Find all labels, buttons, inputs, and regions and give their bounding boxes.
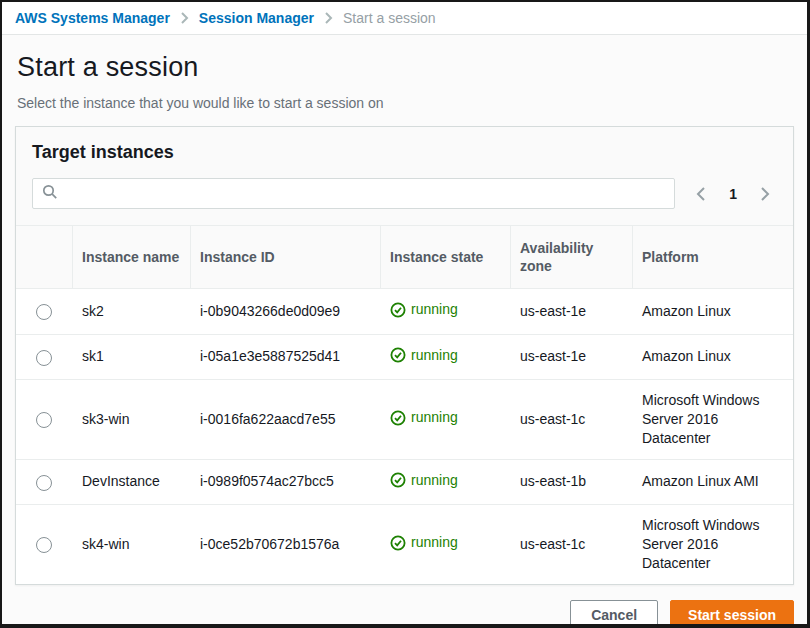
instance-state: running <box>390 300 458 319</box>
instance-id: i-05a1e3e5887525d41 <box>190 334 380 379</box>
instance-name: DevInstance <box>72 459 190 504</box>
app-window: AWS Systems Manager Session Manager Star… <box>0 0 810 628</box>
header-instance-state: Instance state <box>380 226 510 289</box>
instance-name: sk3-win <box>72 380 190 460</box>
instance-name: sk2 <box>72 289 190 334</box>
breadcrumb-link-session-manager[interactable]: Session Manager <box>199 10 314 26</box>
page-title: Start a session <box>17 52 794 83</box>
breadcrumb-current: Start a session <box>343 10 436 26</box>
platform: Amazon Linux AMI <box>632 459 793 504</box>
instance-state: running <box>390 471 458 490</box>
chevron-right-icon <box>180 11 189 25</box>
header-instance-id: Instance ID <box>190 226 380 289</box>
header-platform: Platform <box>632 226 793 289</box>
table-row: sk1 i-05a1e3e5887525d41 running us-east-… <box>16 334 793 379</box>
check-circle-icon <box>390 535 406 551</box>
check-circle-icon <box>390 410 406 426</box>
table-row: sk4-win i-0ce52b70672b1576a running us-e… <box>16 505 793 584</box>
start-session-button[interactable]: Start session <box>670 600 794 628</box>
header-select-column <box>16 226 72 289</box>
table-header-row: Instance name Instance ID Instance state… <box>16 226 793 289</box>
instance-id: i-0016fa622aacd7e55 <box>190 380 380 460</box>
instance-radio[interactable] <box>36 350 52 366</box>
panel-title: Target instances <box>32 142 777 163</box>
platform: Microsoft Windows Server 2016 Datacenter <box>632 380 793 460</box>
instance-state: running <box>390 346 458 365</box>
cancel-button[interactable]: Cancel <box>570 600 658 628</box>
instance-id: i-0ce52b70672b1576a <box>190 505 380 584</box>
instance-name: sk1 <box>72 334 190 379</box>
check-circle-icon <box>390 472 406 488</box>
instance-radio[interactable] <box>36 475 52 491</box>
instance-id: i-0b9043266de0d09e9 <box>190 289 380 334</box>
table-row: sk3-win i-0016fa622aacd7e55 running us-e… <box>16 380 793 460</box>
search-box[interactable] <box>32 178 675 209</box>
check-circle-icon <box>390 302 406 318</box>
availability-zone: us-east-1e <box>510 289 632 334</box>
next-page-button[interactable] <box>753 182 777 206</box>
instance-state: running <box>390 533 458 552</box>
instance-radio[interactable] <box>36 304 52 320</box>
table-row: DevInstance i-0989f0574ac27bcc5 running … <box>16 459 793 504</box>
chevron-right-icon <box>324 11 333 25</box>
header-instance-name: Instance name <box>72 226 190 289</box>
footer-actions: Cancel Start session <box>15 600 794 628</box>
availability-zone: us-east-1c <box>510 505 632 584</box>
pagination: 1 <box>689 182 777 206</box>
availability-zone: us-east-1e <box>510 334 632 379</box>
instances-table: Instance name Instance ID Instance state… <box>16 225 793 584</box>
instance-radio[interactable] <box>36 537 52 553</box>
header-availability-zone: Availability zone <box>510 226 632 289</box>
breadcrumb-link-systems-manager[interactable]: AWS Systems Manager <box>15 10 170 26</box>
page-subtitle: Select the instance that you would like … <box>17 95 794 111</box>
search-input[interactable] <box>66 186 665 202</box>
instance-state: running <box>390 408 458 427</box>
page-number[interactable]: 1 <box>719 186 747 202</box>
platform: Microsoft Windows Server 2016 Datacenter <box>632 505 793 584</box>
platform: Amazon Linux <box>632 334 793 379</box>
check-circle-icon <box>390 347 406 363</box>
target-instances-panel: Target instances 1 <box>15 126 794 585</box>
availability-zone: us-east-1b <box>510 459 632 504</box>
instance-radio[interactable] <box>36 412 52 428</box>
table-row: sk2 i-0b9043266de0d09e9 running us-east-… <box>16 289 793 334</box>
search-icon <box>42 184 58 204</box>
breadcrumb: AWS Systems Manager Session Manager Star… <box>2 2 807 35</box>
previous-page-button[interactable] <box>689 182 713 206</box>
instance-id: i-0989f0574ac27bcc5 <box>190 459 380 504</box>
panel-header: Target instances 1 <box>16 127 793 225</box>
platform: Amazon Linux <box>632 289 793 334</box>
instance-name: sk4-win <box>72 505 190 584</box>
availability-zone: us-east-1c <box>510 380 632 460</box>
